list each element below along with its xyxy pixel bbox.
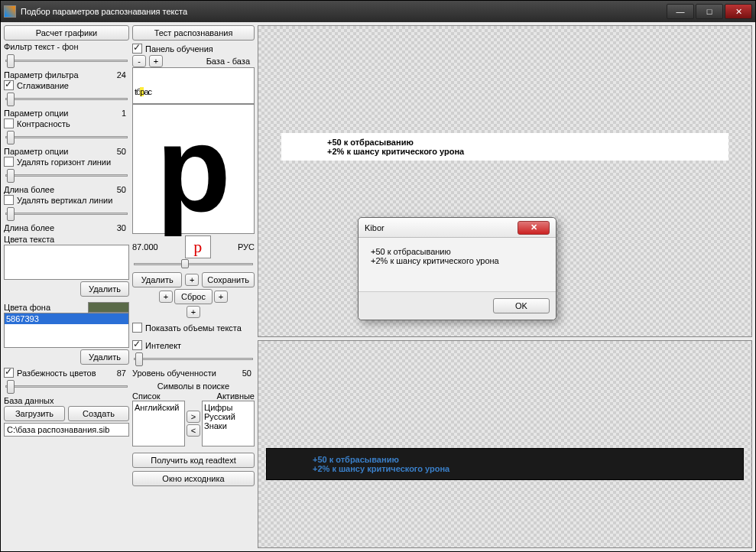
plus-button-1[interactable]: +	[185, 274, 199, 286]
param-filter-value: 24	[117, 70, 129, 80]
base-minus-button[interactable]: -	[132, 55, 146, 67]
del-horiz-checkbox[interactable]: Удалять горизонт линии	[4, 157, 129, 167]
close-button[interactable]: ✕	[725, 4, 752, 19]
minimize-button[interactable]: —	[667, 4, 694, 19]
param-filter-label: Параметр фильтра	[4, 70, 79, 80]
list-header: Список	[132, 391, 192, 401]
horiz-slider[interactable]	[4, 167, 129, 183]
dialog-ok-button[interactable]: OK	[493, 298, 550, 313]
vert-slider[interactable]	[4, 205, 129, 222]
param-option2-label: Параметр опции	[4, 147, 68, 156]
contrast-slider[interactable]	[4, 128, 129, 145]
text-colors-label: Цвета текста	[4, 235, 129, 244]
learn-level-value: 50	[242, 369, 255, 378]
list-item[interactable]: Английский	[135, 403, 183, 412]
panel-learning-checkbox[interactable]: Панель обучения	[132, 44, 255, 54]
plus-button-3[interactable]: +	[214, 291, 228, 303]
move-left-button[interactable]: <	[187, 424, 200, 437]
source-window-button[interactable]: Окно исходника	[132, 471, 255, 486]
text-colors-delete-button[interactable]: Удалить	[80, 281, 129, 297]
list-item[interactable]: Знаки	[204, 421, 252, 430]
smoothing-checkbox[interactable]: Сглаживание	[4, 80, 129, 90]
smoothing-slider[interactable]	[4, 90, 129, 107]
base-plus-button[interactable]: +	[149, 55, 163, 67]
preview-line2: +2% к шансу критического урона	[327, 147, 683, 156]
get-code-button[interactable]: Получить код readtext	[132, 453, 255, 468]
calc-graphics-button[interactable]: Расчет графики	[4, 25, 129, 41]
kibor-dialog: Kibor ✕ +50 к отбрасыванию +2% к шансу к…	[358, 217, 556, 320]
intellect-slider[interactable]	[132, 350, 255, 367]
letter-slider[interactable]	[132, 258, 255, 271]
dialog-titlebar[interactable]: Kibor ✕	[359, 218, 556, 238]
app-icon	[4, 5, 16, 18]
lang-label: РУС	[238, 242, 255, 252]
preview-line1-dark: +50 к отбрасыванию	[313, 455, 697, 464]
text-colors-list[interactable]	[4, 245, 129, 280]
symbols-label: Символы в поиске	[132, 382, 255, 391]
db-create-button[interactable]: Создать	[68, 406, 129, 421]
list-item[interactable]: Русский	[204, 412, 252, 421]
main-window: Подбор параметров распознавания текста —…	[0, 0, 756, 552]
param-option2-value: 50	[117, 147, 129, 156]
active-header: Активные	[195, 391, 255, 401]
small-letter-preview: р	[185, 235, 211, 258]
confidence-value: 87.000	[132, 242, 158, 252]
show-volumes-checkbox[interactable]: Показать объемы текста	[132, 323, 255, 333]
window-title: Подбор параметров распознавания текста	[21, 7, 187, 16]
param-option1-value: 1	[122, 109, 129, 118]
contrast-checkbox[interactable]: Контрасность	[4, 119, 129, 128]
preview-line2-dark: +2% к шансу критического урона	[313, 464, 697, 473]
preview-top[interactable]: +50 к отбрасыванию +2% к шансу критическ…	[258, 25, 752, 337]
bg-colors-delete-button[interactable]: Удалить	[80, 349, 129, 365]
learn-level-label: Уровень обученности	[132, 369, 216, 378]
list-item[interactable]: Цифры	[204, 403, 252, 412]
bg-color-swatch	[88, 302, 129, 313]
param-option1-label: Параметр опции	[4, 109, 68, 118]
del-vert-checkbox[interactable]: Удалять вертикал линии	[4, 195, 129, 205]
delete-char-button[interactable]: Удалить	[132, 272, 182, 287]
filter-slider[interactable]	[4, 52, 129, 69]
db-path-field[interactable]: C:\база распознавания.sib	[4, 423, 129, 437]
color-spread-value: 87	[117, 369, 129, 378]
db-label: База данных	[4, 396, 129, 405]
sample-word-preview: tбрас	[132, 67, 255, 104]
color-spread-checkbox[interactable]: Разбежность цветов	[4, 368, 96, 378]
test-recognition-button[interactable]: Тест распознавания	[132, 25, 255, 41]
preview-bottom[interactable]: +50 к отбрасыванию +2% к шансу критическ…	[258, 340, 752, 548]
db-load-button[interactable]: Загрузить	[4, 406, 65, 421]
bg-colors-list[interactable]: 5867393	[4, 313, 129, 348]
color-spread-slider[interactable]	[4, 378, 129, 395]
dialog-line1: +50 к отбрасыванию	[371, 247, 543, 256]
maximize-button[interactable]: □	[696, 4, 723, 19]
dialog-close-button[interactable]: ✕	[518, 221, 550, 235]
dialog-title: Kibor	[365, 223, 384, 232]
move-right-button[interactable]: >	[187, 411, 200, 423]
reset-button[interactable]: Сброс	[174, 289, 213, 304]
base-label: База - база	[206, 57, 250, 66]
bg-colors-label: Цвета фона	[4, 303, 50, 312]
big-letter-preview: p	[132, 104, 255, 234]
symbols-list[interactable]: Английский	[132, 401, 185, 446]
bg-color-item[interactable]: 5867393	[5, 313, 128, 324]
len-more2-value: 30	[117, 223, 129, 232]
save-char-button[interactable]: Сохранить	[202, 272, 255, 287]
len-more1-label: Длина более	[4, 185, 54, 194]
plus-button-4[interactable]: +	[187, 306, 200, 318]
dialog-line2: +2% к шансу критического урона	[371, 256, 543, 265]
active-list[interactable]: Цифры Русский Знаки	[202, 401, 255, 446]
preview-line1: +50 к отбрасыванию	[327, 138, 683, 147]
dark-text-band: +50 к отбрасыванию +2% к шансу критическ…	[266, 448, 744, 480]
filter-label: Фильтр текст - фон	[4, 42, 129, 51]
len-more1-value: 50	[117, 185, 129, 194]
len-more2-label: Длина более	[4, 223, 54, 232]
intellect-checkbox[interactable]: Интелект	[132, 340, 255, 350]
plus-button-2[interactable]: +	[159, 291, 173, 303]
white-text-band: +50 к отбрасыванию +2% к шансу критическ…	[281, 133, 728, 161]
titlebar[interactable]: Подбор параметров распознавания текста —…	[1, 1, 755, 22]
